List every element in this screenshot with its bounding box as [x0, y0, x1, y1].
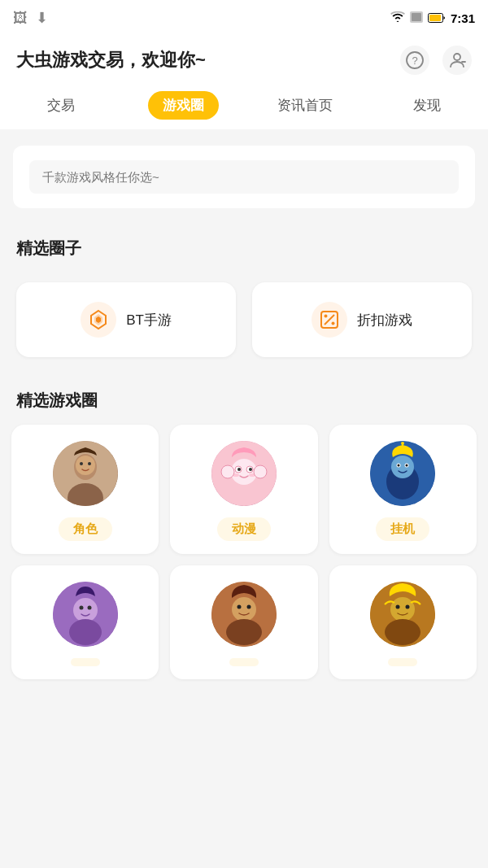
tab-news[interactable]: 资讯首页	[244, 83, 366, 129]
games-grid: 角色	[0, 425, 488, 679]
game-avatar-role	[53, 441, 118, 506]
featured-game-circles-title: 精选游戏圈	[0, 382, 488, 425]
game-card-idle[interactable]: 挂机	[329, 425, 477, 554]
circle-discount-games[interactable]: 折扣游戏	[252, 282, 472, 357]
circle-bt-mobile[interactable]: BT手游	[16, 282, 236, 357]
discount-games-label: 折扣游戏	[357, 311, 412, 329]
game-tag-6	[388, 658, 417, 666]
game-tag-4	[71, 658, 100, 666]
svg-point-52	[396, 605, 400, 609]
image-icon: 🖼	[13, 10, 28, 27]
page-title: 大虫游戏交易，欢迎你~	[16, 48, 206, 72]
svg-point-6	[454, 54, 460, 60]
game-tag-role: 角色	[59, 517, 112, 541]
svg-point-49	[226, 619, 262, 645]
svg-point-47	[237, 605, 241, 609]
svg-point-18	[76, 456, 95, 475]
divider-1	[0, 129, 488, 137]
game-card-4[interactable]	[11, 565, 159, 679]
avatar-face-6	[370, 582, 435, 647]
svg-point-36	[398, 465, 400, 467]
game-avatar-idle	[370, 441, 435, 506]
svg-point-33	[391, 456, 414, 478]
avatar-face-5	[211, 582, 277, 647]
game-tag-5	[229, 658, 259, 666]
tab-game-circle[interactable]: 游戏圈	[122, 83, 244, 129]
svg-point-25	[237, 468, 241, 471]
tab-trade[interactable]: 交易	[0, 83, 122, 129]
status-time: 7:31	[451, 11, 475, 25]
avatar-face-1	[53, 441, 118, 506]
game-card-anime[interactable]: 动漫	[170, 425, 317, 554]
download-icon: ⬇	[36, 9, 48, 27]
wifi-icon	[390, 11, 405, 25]
bt-mobile-label: BT手游	[126, 311, 172, 329]
svg-rect-1	[412, 13, 421, 21]
game-avatar-5	[211, 582, 277, 647]
svg-point-29	[221, 465, 234, 478]
game-avatar-4	[53, 582, 118, 647]
discount-games-icon	[312, 302, 347, 338]
svg-text:?: ?	[412, 55, 417, 67]
game-tag-idle: 挂机	[376, 517, 429, 541]
svg-point-54	[385, 619, 420, 645]
avatar-face-2	[211, 441, 277, 506]
sim-icon	[410, 11, 423, 25]
status-bar: 🖼 ⬇ 7:31	[0, 0, 488, 36]
header-actions: ?	[400, 46, 472, 75]
circles-row: BT手游 折扣游戏	[16, 282, 472, 357]
svg-point-39	[401, 442, 404, 445]
status-bar-left: 🖼 ⬇	[13, 9, 48, 27]
featured-circles-title: 精选圈子	[0, 225, 488, 266]
tab-discover[interactable]: 发现	[366, 83, 488, 129]
game-avatar-6	[370, 582, 435, 647]
svg-point-19	[80, 462, 83, 465]
svg-point-42	[79, 606, 83, 610]
svg-point-44	[69, 619, 102, 645]
avatar-face-4	[53, 582, 118, 647]
svg-point-13	[325, 315, 328, 318]
game-avatar-anime	[211, 441, 277, 506]
game-card-6[interactable]	[329, 565, 477, 679]
svg-point-37	[406, 465, 408, 467]
search-section	[13, 146, 475, 208]
avatar-face-3	[370, 441, 435, 506]
svg-point-26	[249, 468, 252, 471]
svg-point-20	[88, 462, 91, 465]
svg-point-46	[232, 597, 256, 622]
svg-point-48	[246, 605, 251, 609]
help-button[interactable]: ?	[400, 46, 429, 75]
status-bar-right: 7:31	[390, 11, 475, 25]
app-header: 大虫游戏交易，欢迎你~ ?	[0, 36, 488, 75]
svg-point-14	[332, 322, 335, 325]
battery-icon	[428, 11, 446, 25]
game-tag-anime: 动漫	[217, 517, 271, 541]
divider-3	[0, 373, 488, 382]
svg-point-51	[390, 597, 415, 622]
game-card-5[interactable]	[170, 565, 317, 679]
user-button[interactable]	[442, 46, 472, 75]
svg-point-53	[406, 605, 410, 609]
game-card-role[interactable]: 角色	[11, 425, 159, 554]
nav-tabs: 交易 游戏圈 资讯首页 发现	[0, 75, 488, 129]
games-section: 精选游戏圈 角色	[0, 382, 488, 687]
svg-point-22	[231, 459, 257, 485]
featured-circles-section: BT手游 折扣游戏	[0, 266, 488, 373]
bt-mobile-icon	[81, 302, 116, 338]
svg-point-43	[87, 606, 91, 610]
svg-rect-3	[429, 15, 441, 21]
svg-point-41	[73, 598, 98, 622]
divider-2	[0, 216, 488, 225]
search-input[interactable]	[29, 160, 459, 194]
svg-point-30	[254, 465, 267, 478]
